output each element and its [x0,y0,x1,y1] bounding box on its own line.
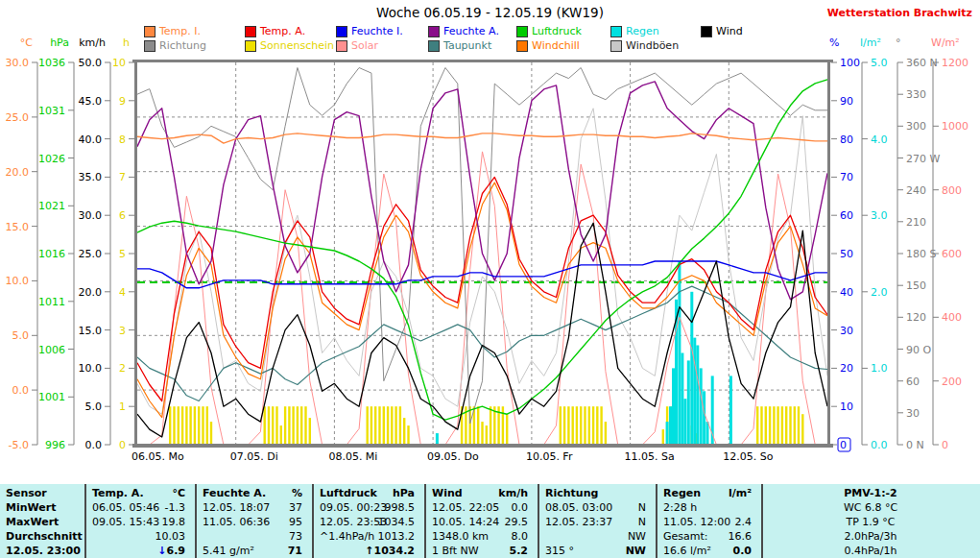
cell-value: 10.03 [84,529,185,544]
x-axis-label: 11.05. Sa [625,450,675,463]
sunshine-bar [588,406,590,445]
axis-tick-label-pct: 70 [840,171,853,183]
row-label-durchschnitt: Durchschnitt [6,529,83,544]
legend-item-wind: Wind [701,25,743,37]
pmv-cell: 2.0hPa/3h [761,529,980,544]
col-unit: °C [84,486,185,500]
rain-bar [687,360,690,445]
rain-bar [678,261,681,445]
rain-bar [690,292,693,445]
weather-app-window: Woche 06.05.19 - 12.05.19 (KW19) Wetters… [0,0,980,558]
axis-tick-label-kmh: 30.0 [79,209,103,222]
sunshine-bar [580,406,582,445]
legend-swatch-temp-a [245,26,256,37]
axis-tick-label-deg: 180 S [906,248,936,260]
sunshine-bar [781,406,783,445]
sunshine-bar [481,422,483,445]
axis-tick-label-deg: 270 W [906,153,940,165]
axis-tick-label-c: 25.0 [6,111,30,124]
sunshine-bar [394,406,396,445]
axis-tick-label-wm2: 1200 [942,57,968,69]
axis-tick-label-hpa: 1016 [38,248,65,260]
legend-swatch-temp-i [144,26,155,37]
cell-value: 1034.5 [312,515,415,529]
x-axis-label: 12.05. So [723,450,773,463]
sunshine-bar [773,406,775,445]
plot-border [827,60,830,448]
sunshine-bar [605,422,607,445]
axis-tick-label-kmh: 50.0 [79,57,103,69]
axis-tick-label-c: 10.0 [6,275,30,287]
col-unit: l/m² [656,486,752,500]
sunshine-bar [662,429,664,445]
axis-tick-label-pct: 30 [840,325,853,337]
axis-tick-label-h: 0 [119,439,126,451]
cell-value: 0.0 [424,500,528,515]
axis-tick-label-deg: 60 [906,376,920,388]
axis-tick-label-hpa: 1021 [38,200,65,212]
axis-tick-label-h: 4 [119,286,126,299]
rain-bar [672,368,675,445]
sunshine-bar [309,418,311,445]
row-label-sensor: Sensor [6,486,47,500]
cell-value: 71 [195,544,302,558]
axis-tick-label-kmh: 45.0 [79,95,103,108]
sunshine-bar [760,406,762,445]
sunshine-bar [576,406,578,445]
legend-item-richtung: Richtung [144,39,206,52]
axis-tick-label-kmh: 15.0 [79,325,103,337]
axis-tick-label-deg: 0 N [906,439,924,451]
pmv-cell: WC 6.8 °C [761,500,980,515]
row-label-minwert: MinWert [6,500,56,515]
sunshine-bar [502,406,504,445]
sunshine-bar [264,406,266,445]
sunshine-bar [387,406,389,445]
axis-tick-label-pct: 100 [840,57,860,69]
legend-item-temp-i: Temp. I. [144,25,201,37]
sunshine-bar [189,406,191,445]
axis-tick-label-h: 5 [119,248,126,260]
axis-tick-label-pct: 80 [840,133,853,146]
axis-tick-label-pct: 50 [840,248,853,260]
series-feuchte-i [137,261,827,288]
axis-tick-label-hpa: 996 [45,439,65,451]
sunshine-bar [370,406,372,445]
sunshine-bar [486,425,488,445]
axis-tick-label-h: 9 [119,95,126,108]
sunshine-bar [798,406,800,445]
cell-value: 2.4 [656,515,752,529]
trend-down-arrow-icon: ↓ [157,545,166,557]
rain-bar [436,433,439,445]
weather-chart: 30.025.020.015.010.05.00.0-5.0°C10361031… [0,0,980,484]
axis-tick-label-deg: 30 [906,407,920,420]
legend-item-solar: Solar [336,39,378,52]
axis-tick-label-lm2: 0.0 [871,439,888,451]
sunshine-bar [268,406,270,445]
legend-swatch-feuchte-a [428,26,440,37]
sunshine-bar [169,406,171,445]
legend-label: Luftdruck [532,25,582,37]
col-unit: km/h [424,486,528,500]
plot-border [132,444,833,448]
axis-tick-label-kmh: 40.0 [79,133,103,146]
rain-bar [696,346,699,446]
sunshine-bar [210,422,212,445]
sunshine-bar [206,406,208,445]
axis-tick-label-wm2: 200 [942,376,962,388]
x-axis-label: 10.05. Fr [526,450,573,463]
col-unit: hPa [312,486,415,500]
legend-swatch-luftdruck [516,26,528,37]
cell-value: -1.3 [84,500,185,515]
legend-label: Feuchte I. [351,25,403,37]
axis-tick-label-c: 15.0 [6,221,30,233]
legend-label: Sonnenschein [260,39,334,52]
axis-tick-label-lm2: 4.0 [871,133,888,146]
sunshine-bar [493,406,495,445]
sunshine-bar [403,418,405,445]
sunshine-bar [785,406,787,445]
sunshine-bar [560,406,562,445]
axis-tick-label-hpa: 1036 [38,57,65,69]
sunshine-bar [173,406,175,445]
axis-tick-label-lm2: 3.0 [871,209,888,222]
sunshine-bar [378,406,380,445]
